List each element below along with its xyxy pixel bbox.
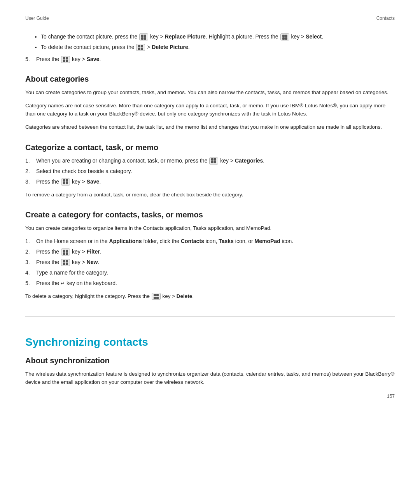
enter-key-icon: ↵ (61, 280, 65, 287)
about-categories-para-2: Category names are not case sensitive. M… (25, 102, 395, 118)
about-categories-title: About categories (25, 75, 395, 84)
categorize-title: Categorize a contact, task, or memo (25, 143, 395, 152)
about-sync-title: About synchronization (25, 356, 395, 365)
menu-key-icon-5 (209, 158, 218, 164)
page-footer: 157 (387, 394, 395, 399)
create-step-4: 4. Type a name for the category. (25, 269, 395, 277)
top-bullet-list: To change the contact picture, press the… (41, 33, 395, 51)
menu-key-icon-6 (61, 178, 70, 186)
bullet-item-2: To delete the contact picture, press the… (41, 43, 395, 51)
section-divider (25, 316, 395, 317)
create-category-title: Create a category for contacts, tasks, o… (25, 210, 395, 219)
about-sync-para: The wireless data synchronization featur… (25, 370, 395, 387)
categorize-note: To remove a category from a contact, tas… (25, 191, 395, 199)
step-5-num: 5. (25, 56, 36, 63)
menu-key-icon-1 (139, 33, 148, 40)
create-step-5: 5. Press the ↵ key on the keyboard. (25, 279, 395, 287)
menu-key-icon-3 (136, 44, 145, 51)
create-category-intro: You can create categories to organize it… (25, 224, 395, 233)
menu-key-icon-4 (61, 56, 70, 63)
menu-key-icon-9 (152, 293, 161, 300)
header-left: User Guide (25, 16, 49, 21)
categorize-steps: 1. When you are creating or changing a c… (25, 157, 395, 186)
page-header: User Guide Contacts (25, 16, 395, 21)
create-step-1: 1. On the Home screen or in the Applicat… (25, 237, 395, 245)
about-categories-para-3: Categories are shared between the contac… (25, 123, 395, 131)
menu-key-icon-7 (61, 248, 70, 256)
menu-key-icon-8 (61, 259, 70, 266)
page-container: User Guide Contacts To change the contac… (0, 0, 420, 415)
categorize-step-1: 1. When you are creating or changing a c… (25, 157, 395, 165)
step-5-text: Press the key > Save. (36, 56, 101, 63)
sync-contacts-title: Synchronizing contacts (25, 336, 395, 348)
create-step-3: 3. Press the key > New. (25, 258, 395, 266)
create-category-note: To delete a category, highlight the cate… (25, 292, 395, 301)
categorize-step-3: 3. Press the key > Save. (25, 178, 395, 186)
create-category-steps: 1. On the Home screen or in the Applicat… (25, 237, 395, 287)
page-number: 157 (387, 394, 395, 399)
create-step-2: 2. Press the key > Filter. (25, 248, 395, 256)
menu-key-icon-2 (280, 33, 289, 40)
bullet-item-1: To change the contact picture, press the… (41, 33, 395, 41)
about-categories-para-1: You can create categories to group your … (25, 88, 395, 97)
header-right: Contacts (376, 16, 395, 21)
step-5-row: 5. Press the key > Save. (25, 56, 395, 63)
main-content: To change the contact picture, press the… (25, 33, 395, 387)
categorize-step-2: 2. Select the check box beside a categor… (25, 167, 395, 175)
